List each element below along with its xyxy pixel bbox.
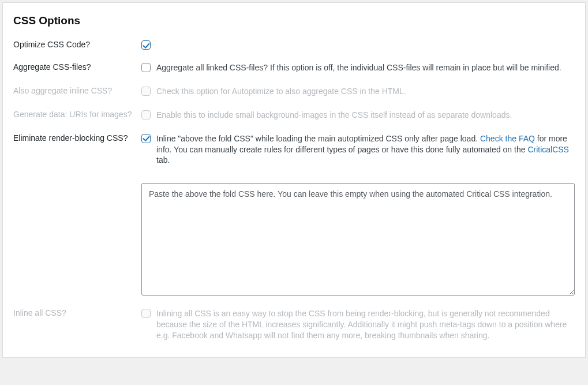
label-optimize-css: Optimize CSS Code? bbox=[13, 40, 141, 49]
desc-eliminate-part1: Inline "above the fold CSS" while loadin… bbox=[156, 134, 480, 143]
link-check-faq[interactable]: Check the FAQ bbox=[480, 134, 535, 143]
body-optimize-css bbox=[141, 40, 575, 50]
checkbox-data-uris bbox=[141, 110, 151, 119]
css-options-panel: CSS Options Optimize CSS Code? Aggregate… bbox=[2, 2, 586, 358]
label-inline-aggregate: Also aggregate inline CSS? bbox=[13, 86, 141, 95]
checkbox-eliminate-render-blocking[interactable] bbox=[141, 134, 151, 143]
panel-title: CSS Options bbox=[13, 14, 575, 27]
row-eliminate-render-blocking: Eliminate render-blocking CSS? Inline "a… bbox=[13, 133, 575, 296]
body-inline-aggregate: Check this option for Autoptimize to als… bbox=[141, 86, 575, 97]
checkbox-aggregate-css[interactable] bbox=[141, 63, 151, 72]
desc-eliminate-render-blocking: Inline "above the fold CSS" while loadin… bbox=[156, 133, 575, 166]
desc-inline-aggregate: Check this option for Autoptimize to als… bbox=[156, 86, 406, 97]
row-inline-aggregate: Also aggregate inline CSS? Check this op… bbox=[13, 86, 575, 97]
link-criticalcss[interactable]: CriticalCSS bbox=[527, 145, 569, 154]
desc-inline-all: Inlining all CSS is an easy way to stop … bbox=[156, 308, 575, 341]
checkbox-inline-aggregate bbox=[141, 87, 151, 96]
label-eliminate-render-blocking: Eliminate render-blocking CSS? bbox=[13, 133, 141, 143]
body-eliminate-render-blocking: Inline "above the fold CSS" while loadin… bbox=[141, 133, 575, 296]
body-data-uris: Enable this to include small background-… bbox=[141, 110, 575, 121]
desc-data-uris: Enable this to include small background-… bbox=[156, 110, 512, 121]
textarea-critical-css[interactable] bbox=[141, 183, 575, 296]
checkbox-inline-all bbox=[141, 309, 151, 318]
label-inline-all: Inline all CSS? bbox=[13, 308, 141, 317]
row-optimize-css: Optimize CSS Code? bbox=[13, 40, 575, 50]
row-inline-all: Inline all CSS? Inlining all CSS is an e… bbox=[13, 308, 575, 341]
body-inline-all: Inlining all CSS is an easy way to stop … bbox=[141, 308, 575, 341]
body-aggregate-css: Aggregate all linked CSS-files? If this … bbox=[141, 62, 575, 73]
row-aggregate-css: Aggregate CSS-files? Aggregate all linke… bbox=[13, 62, 575, 73]
label-aggregate-css: Aggregate CSS-files? bbox=[13, 62, 141, 72]
desc-aggregate-css: Aggregate all linked CSS-files? If this … bbox=[156, 62, 561, 73]
eliminate-first-line: Inline "above the fold CSS" while loadin… bbox=[141, 133, 575, 166]
label-data-uris: Generate data: URIs for images? bbox=[13, 110, 141, 119]
checkbox-optimize-css[interactable] bbox=[141, 40, 151, 50]
row-data-uris: Generate data: URIs for images? Enable t… bbox=[13, 110, 575, 121]
desc-eliminate-part3: tab. bbox=[156, 155, 170, 165]
